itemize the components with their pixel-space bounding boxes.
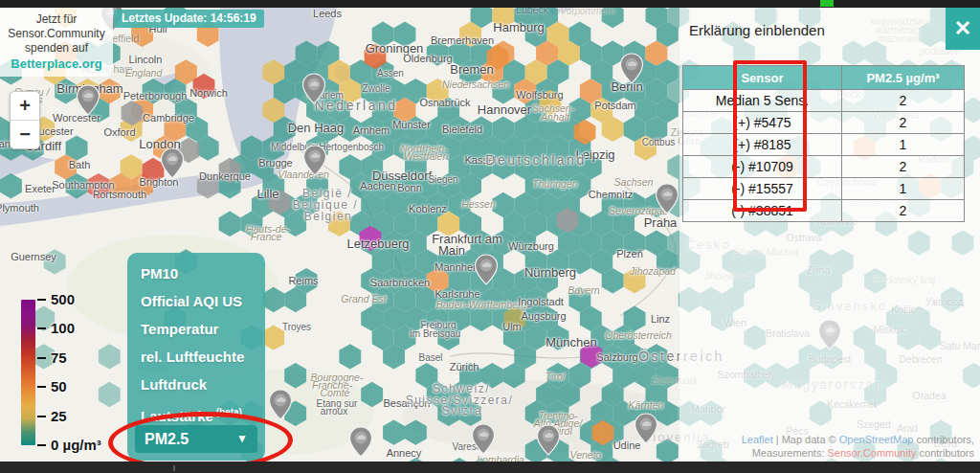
legend-tick-label: 25 [51,408,67,424]
layer-menu-item-label: Temperatur [141,321,218,337]
annotation-red-rectangle [733,60,807,212]
attribution-text: contributors, [913,434,974,445]
close-icon[interactable]: ✕ [946,8,980,50]
map-attribution: Leaflet | Map data © OpenStreetMap contr… [742,433,974,460]
pm25-value-cell: 1 [842,134,965,156]
layer-menu-item-temperatur[interactable]: Temperatur [141,315,257,343]
legend-tick-dash [37,357,46,359]
legend-tick-label: 500 [51,291,75,307]
pm25-column-header: PM2.5 µg/m³ [842,66,965,90]
explanation-panel: Erklärung einblenden ✕ Sensor PM2.5 µg/m… [679,8,980,473]
layer-menu-item-label: Luftdruck [141,376,207,393]
attribution-link[interactable]: OpenStreetMap [839,434,914,445]
legend-tick-dash [37,386,46,388]
attribution-text: Sensor.Community [828,447,917,459]
explanation-toggle[interactable]: Erklärung einblenden [689,22,825,38]
air-quality-map-app: LeedsHullSheffieldLincolnNottinghamEngla… [0,0,980,473]
legend-tick-label: 50 [51,378,67,394]
sensor-table: Sensor PM2.5 µg/m³ Median 5 Sens.2(+) #5… [682,65,965,222]
layer-menu-item-label: rel. Luftfeuchte [141,349,244,365]
pm25-value-cell: 1 [842,178,965,200]
legend-tick-dash [37,299,46,301]
pm25-value-cell: 2 [842,90,965,112]
legend-gradient-bar [21,300,35,445]
donation-text: Sensor.Community [0,27,113,41]
layer-menu-item-label: Official AQI US [141,293,242,309]
top-bar-green-indicator [820,0,834,7]
legend-tick-label: 75 [51,349,67,366]
table-header-row: Sensor PM2.5 µg/m³ [683,66,965,90]
attribution-text: contributors [916,447,974,459]
layer-menu-item-official-aqi-us[interactable]: Official AQI US [141,287,257,315]
legend-tick-dash [37,327,46,329]
legend-tick-label: 100 [51,321,75,337]
table-row: (+) #81851 [683,134,965,156]
donation-box: Jetzt für Sensor.Community spenden auf B… [0,8,113,77]
pm25-value-cell: 2 [842,156,965,178]
table-row: (-) #388512 [683,200,965,222]
layer-menu-item-pm10[interactable]: PM10 [141,259,257,287]
attribution-line: Leaflet | Map data © OpenStreetMap contr… [742,433,974,446]
bottom-bar-divider [173,465,175,471]
table-row: (+) #54752 [683,112,965,134]
betterplace-link[interactable]: Betterplace.org [0,56,113,71]
attribution-link[interactable]: Leaflet [742,434,773,445]
last-update-badge: Letztes Update: 14:56:19 [114,10,264,28]
attribution-text: | Map data © [773,434,839,445]
zoom-out-button[interactable]: − [11,121,39,148]
donation-text: spenden auf [0,41,113,56]
zoom-in-button[interactable]: + [11,92,39,121]
layer-menu-item-luftdruck[interactable]: Luftdruck [141,371,257,398]
layer-menu-item-label: PM10 [141,265,178,282]
legend-tick-label: 0 µg/m³ [51,437,101,453]
color-scale-legend: 5001007550250 µg/m³ [21,300,136,445]
attribution-line: Measurements: Sensor.Community contribut… [742,446,974,460]
pm25-value-cell: 2 [842,200,965,222]
pm25-value-cell: 2 [842,112,965,134]
layer-menu-items: PM10Official AQI USTemperaturrel. Luftfe… [141,259,257,426]
table-row: Median 5 Sens.2 [683,90,965,112]
table-row: (-) #155571 [683,178,965,200]
attribution-text: Measurements: [752,447,828,459]
donation-text: Jetzt für [0,12,113,27]
zoom-control: + − [10,91,40,149]
table-row: (-) #107092 [683,156,965,178]
legend-tick-dash [37,416,46,417]
layer-menu-item-rel-luftfeuchte[interactable]: rel. Luftfeuchte [141,343,257,371]
bottom-window-bar [0,462,980,473]
legend-tick-dash [37,444,46,446]
